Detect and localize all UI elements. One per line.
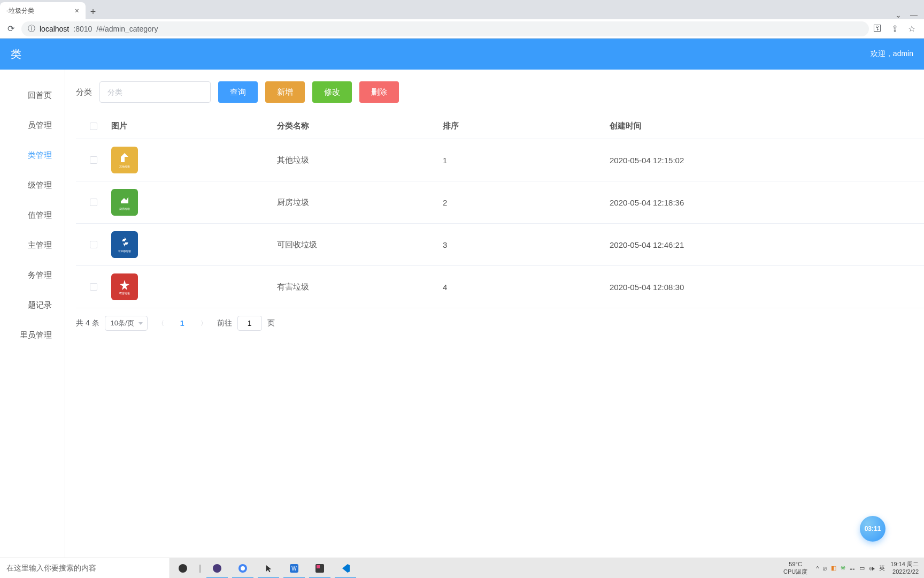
header-image: 图片 [111, 121, 277, 131]
search-label: 分类 [76, 87, 92, 97]
category-table: 图片 分类名称 排序 创建时间 其他垃圾其他垃圾12020-05-04 12:1… [76, 113, 924, 308]
url-input[interactable]: ⓘ localhost:8010/#/admin_category [21, 21, 869, 36]
sidebar-item-3[interactable]: 级管理 [0, 170, 65, 200]
sidebar-item-5[interactable]: 主管理 [0, 230, 65, 260]
new-tab-button[interactable]: + [86, 4, 101, 19]
goto-label: 前往 [217, 318, 232, 328]
row-checkbox[interactable] [90, 241, 97, 248]
row-checkbox[interactable] [90, 199, 97, 206]
search-input[interactable] [99, 81, 211, 103]
row-sort: 4 [443, 283, 610, 292]
pagination-total: 共 4 条 [76, 318, 99, 328]
sidebar-item-4[interactable]: 值管理 [0, 200, 65, 230]
row-time: 2020-05-04 12:18:36 [610, 198, 924, 207]
row-name: 有害垃圾 [277, 282, 443, 292]
page-number[interactable]: 1 [174, 316, 190, 331]
page-title: 类 [11, 47, 21, 62]
share-icon[interactable]: ⇪ [891, 24, 898, 34]
sidebar-item-1[interactable]: 员管理 [0, 110, 65, 140]
table-header-row: 图片 分类名称 排序 创建时间 [76, 113, 924, 139]
address-bar: ⟳ ⓘ localhost:8010/#/admin_category ⚿ ⇪ … [0, 19, 924, 39]
row-time: 2020-05-04 12:15:02 [610, 156, 924, 165]
header-sort: 排序 [443, 121, 610, 131]
key-icon[interactable]: ⚿ [873, 24, 882, 34]
row-time: 2020-05-04 12:08:30 [610, 283, 924, 292]
row-sort: 2 [443, 198, 610, 207]
toolbar: 分类 查询 新增 修改 删除 [76, 81, 924, 103]
browser-tab[interactable]: -垃圾分类 × [0, 2, 86, 19]
url-path: /#/admin_category [96, 25, 158, 33]
table-row: 厨房垃圾厨房垃圾22020-05-04 12:18:36 [76, 181, 924, 224]
bookmark-icon[interactable]: ☆ [908, 24, 915, 34]
reload-icon[interactable]: ⟳ [4, 24, 17, 34]
sidebar: 回首页员管理类管理级管理值管理主管理务管理题记录里员管理 [0, 70, 65, 558]
timer-badge[interactable]: 03:11 [860, 516, 886, 542]
add-button[interactable]: 新增 [265, 81, 305, 103]
header-time: 创建时间 [610, 121, 924, 131]
category-thumb-icon: 厨房垃圾 [111, 189, 138, 216]
row-time: 2020-05-04 12:46:21 [610, 240, 924, 249]
goto-page-input[interactable] [237, 316, 262, 331]
sidebar-item-7[interactable]: 题记录 [0, 290, 65, 320]
row-name: 其他垃圾 [277, 155, 443, 165]
table-row: 可回收垃圾可回收垃圾32020-05-04 12:46:21 [76, 224, 924, 266]
header-name: 分类名称 [277, 121, 443, 131]
tab-title: -垃圾分类 [6, 6, 34, 16]
page-size-select[interactable]: 10条/页 [105, 316, 148, 331]
row-sort: 1 [443, 156, 610, 165]
main-content: 分类 查询 新增 修改 删除 图片 分类名称 排序 创建时间 其他垃圾其他垃圾1… [65, 70, 924, 558]
row-sort: 3 [443, 240, 610, 249]
minimize-icon[interactable]: — [910, 11, 918, 19]
sidebar-item-8[interactable]: 里员管理 [0, 320, 65, 350]
category-thumb-icon: 可回收垃圾 [111, 231, 138, 258]
select-all-checkbox[interactable] [90, 123, 97, 130]
delete-button[interactable]: 删除 [359, 81, 399, 103]
category-thumb-icon: 其他垃圾 [111, 147, 138, 173]
edit-button[interactable]: 修改 [312, 81, 352, 103]
row-checkbox[interactable] [90, 156, 97, 164]
next-page-button[interactable]: 〉 [196, 316, 212, 331]
row-name: 可回收垃圾 [277, 240, 443, 250]
sidebar-item-2[interactable]: 类管理 [0, 140, 65, 170]
prev-page-button[interactable]: 〈 [153, 316, 169, 331]
url-host: localhost [40, 25, 69, 33]
close-icon[interactable]: × [75, 6, 79, 15]
app-header: 类 欢迎，admin [0, 39, 924, 70]
tab-search-icon[interactable]: ⌄ [895, 11, 902, 19]
url-port: :8010 [73, 25, 92, 33]
table-row: 其他垃圾其他垃圾12020-05-04 12:15:02 [76, 139, 924, 181]
query-button[interactable]: 查询 [218, 81, 258, 103]
row-checkbox[interactable] [90, 283, 97, 291]
goto-suffix: 页 [267, 318, 275, 328]
welcome-text: 欢迎，admin [871, 49, 913, 59]
sidebar-item-0[interactable]: 回首页 [0, 80, 65, 110]
row-name: 厨房垃圾 [277, 197, 443, 208]
table-row: 有害垃圾有害垃圾42020-05-04 12:08:30 [76, 266, 924, 308]
pagination: 共 4 条 10条/页 〈 1 〉 前往 页 [76, 316, 924, 331]
category-thumb-icon: 有害垃圾 [111, 273, 138, 300]
site-info-icon[interactable]: ⓘ [28, 24, 35, 34]
browser-tab-bar: -垃圾分类 × + ⌄ — [0, 0, 924, 19]
sidebar-item-6[interactable]: 务管理 [0, 260, 65, 290]
